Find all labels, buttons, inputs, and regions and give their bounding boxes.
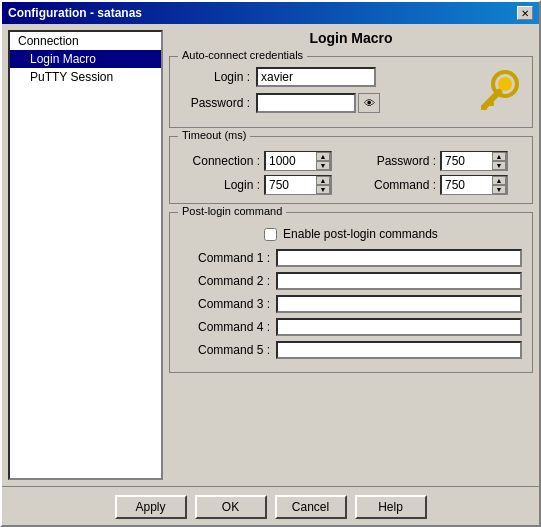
command-timeout-up[interactable]: ▲ (492, 176, 506, 185)
command-timeout-spinner: ▲ ▼ (440, 175, 508, 195)
password-timeout-row: Password : ▲ ▼ (356, 151, 522, 171)
postlogin-group: Post-login command Enable post-login com… (169, 212, 533, 373)
svg-rect-3 (481, 105, 487, 110)
key-icon (470, 67, 522, 119)
password-timeout-spinner: ▲ ▼ (440, 151, 508, 171)
command-timeout-input[interactable] (442, 176, 492, 194)
login-input[interactable] (256, 67, 376, 87)
section-title: Login Macro (169, 30, 533, 46)
command-3-label: Command 3 : (180, 297, 270, 311)
connection-label: Connection (18, 34, 79, 48)
command-timeout-buttons: ▲ ▼ (492, 176, 506, 194)
sidebar-tree: Connection Login Macro PuTTY Session (8, 30, 163, 480)
login-label: Login : (180, 70, 250, 84)
key-svg (471, 68, 521, 118)
login-timeout-down[interactable]: ▼ (316, 185, 330, 194)
connection-timeout-down[interactable]: ▼ (316, 161, 330, 170)
timeout-group: Timeout (ms) Connection : ▲ ▼ P (169, 136, 533, 204)
bottom-button-bar: Apply OK Cancel Help (2, 486, 539, 525)
main-window: Configuration - satanas ✕ Connection Log… (0, 0, 541, 527)
command-5-label: Command 5 : (180, 343, 270, 357)
timeout-legend: Timeout (ms) (178, 129, 250, 141)
credentials-legend: Auto-connect credentials (178, 49, 307, 61)
command-4-label: Command 4 : (180, 320, 270, 334)
connection-timeout-row: Connection : ▲ ▼ (180, 151, 346, 171)
command-2-input[interactable] (276, 272, 522, 290)
sidebar-item-putty-session[interactable]: PuTTY Session (10, 68, 161, 86)
password-wrapper: 👁 (256, 93, 380, 113)
password-input[interactable] (256, 93, 356, 113)
command-2-label: Command 2 : (180, 274, 270, 288)
command-3-input[interactable] (276, 295, 522, 313)
timeout-grid: Connection : ▲ ▼ Password : (180, 151, 522, 195)
login-macro-label: Login Macro (30, 52, 96, 66)
command-timeout-label: Command : (356, 178, 436, 192)
command-2-row: Command 2 : (180, 272, 522, 290)
main-content-area: Login Macro Auto-connect credentials Log… (169, 30, 533, 480)
password-timeout-label: Password : (356, 154, 436, 168)
login-field-row: Login : (180, 67, 460, 87)
cancel-button[interactable]: Cancel (275, 495, 347, 519)
command-5-input[interactable] (276, 341, 522, 359)
command-1-input[interactable] (276, 249, 522, 267)
password-timeout-input[interactable] (442, 152, 492, 170)
window-body: Connection Login Macro PuTTY Session Log… (2, 24, 539, 486)
connection-timeout-buttons: ▲ ▼ (316, 152, 330, 170)
connection-timeout-up[interactable]: ▲ (316, 152, 330, 161)
putty-session-label: PuTTY Session (30, 70, 113, 84)
title-bar: Configuration - satanas ✕ (2, 2, 539, 24)
connection-timeout-label: Connection : (180, 154, 260, 168)
password-field-row: Password : 👁 (180, 93, 460, 113)
password-timeout-up[interactable]: ▲ (492, 152, 506, 161)
enable-postlogin-label: Enable post-login commands (283, 227, 438, 241)
login-timeout-label: Login : (180, 178, 260, 192)
login-timeout-spinner: ▲ ▼ (264, 175, 332, 195)
command-4-input[interactable] (276, 318, 522, 336)
login-timeout-row: Login : ▲ ▼ (180, 175, 346, 195)
command-1-label: Command 1 : (180, 251, 270, 265)
ok-button[interactable]: OK (195, 495, 267, 519)
sidebar-item-login-macro[interactable]: Login Macro (10, 50, 161, 68)
close-button[interactable]: ✕ (517, 6, 533, 20)
login-timeout-input[interactable] (266, 176, 316, 194)
credentials-group: Auto-connect credentials Login : Passwor… (169, 56, 533, 128)
show-password-button[interactable]: 👁 (358, 93, 380, 113)
postlogin-legend: Post-login command (178, 205, 286, 217)
help-button[interactable]: Help (355, 495, 427, 519)
password-timeout-down[interactable]: ▼ (492, 161, 506, 170)
sidebar-item-connection[interactable]: Connection (10, 32, 161, 50)
command-1-row: Command 1 : (180, 249, 522, 267)
password-timeout-buttons: ▲ ▼ (492, 152, 506, 170)
svg-rect-4 (488, 102, 494, 106)
connection-timeout-input[interactable] (266, 152, 316, 170)
window-title: Configuration - satanas (8, 6, 142, 20)
command-5-row: Command 5 : (180, 341, 522, 359)
login-timeout-buttons: ▲ ▼ (316, 176, 330, 194)
apply-button[interactable]: Apply (115, 495, 187, 519)
connection-timeout-spinner: ▲ ▼ (264, 151, 332, 171)
command-timeout-row: Command : ▲ ▼ (356, 175, 522, 195)
eye-icon: 👁 (364, 97, 375, 109)
command-4-row: Command 4 : (180, 318, 522, 336)
command-timeout-down[interactable]: ▼ (492, 185, 506, 194)
login-timeout-up[interactable]: ▲ (316, 176, 330, 185)
credentials-body: Login : Password : 👁 (180, 67, 522, 119)
enable-postlogin-row: Enable post-login commands (180, 227, 522, 241)
password-label: Password : (180, 96, 250, 110)
command-3-row: Command 3 : (180, 295, 522, 313)
enable-postlogin-checkbox[interactable] (264, 228, 277, 241)
credentials-fields: Login : Password : 👁 (180, 67, 460, 119)
